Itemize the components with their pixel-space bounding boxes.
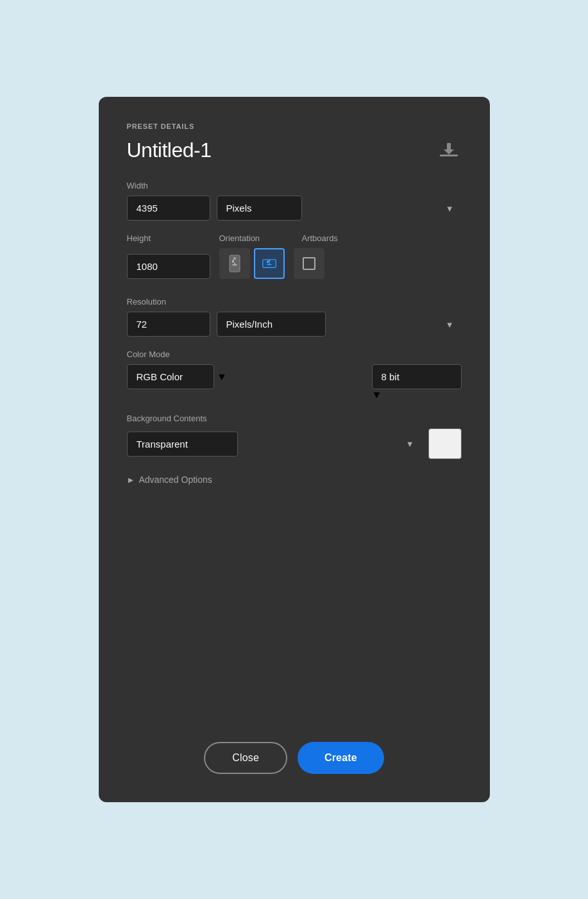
- width-label: Width: [127, 181, 462, 190]
- color-mode-chevron-icon: ▼: [217, 371, 227, 382]
- advanced-options-row[interactable]: ► Advanced Options: [127, 475, 462, 485]
- svg-point-11: [268, 260, 270, 262]
- resolution-unit-wrapper: Pixels/Inch Pixels/Centimeter ▼: [217, 312, 462, 337]
- height-orientation-row: [127, 248, 462, 279]
- background-contents-section: Background Contents Transparent White Bl…: [127, 414, 462, 459]
- portrait-icon: [228, 255, 242, 273]
- document-title: Untitled-1: [127, 139, 212, 162]
- resolution-row: Pixels/Inch Pixels/Centimeter ▼: [127, 312, 462, 337]
- svg-rect-12: [269, 263, 270, 265]
- save-to-cloud-icon: [439, 140, 459, 158]
- height-input[interactable]: [127, 254, 210, 279]
- width-unit-wrapper: Pixels Inches Centimeters Millimeters Po…: [217, 196, 462, 221]
- background-contents-row: Transparent White Black Background Color…: [127, 428, 462, 459]
- resolution-unit-chevron-icon: ▼: [446, 319, 454, 329]
- orientation-label: Orientation: [219, 233, 293, 243]
- landscape-icon: [262, 255, 276, 273]
- width-unit-select[interactable]: Pixels Inches Centimeters Millimeters Po…: [217, 196, 302, 221]
- advanced-options-chevron-icon: ►: [127, 475, 135, 485]
- artboards-wrapper: [294, 248, 324, 279]
- width-input[interactable]: [127, 196, 210, 221]
- bit-depth-select[interactable]: 8 bit 16 bit 32 bit: [372, 364, 462, 389]
- svg-rect-10: [267, 260, 269, 263]
- save-preset-button[interactable]: [436, 138, 462, 163]
- preset-details-label: PRESET DETAILS: [127, 122, 462, 130]
- new-document-dialog: PRESET DETAILS Untitled-1 Width Pixels I…: [99, 97, 490, 802]
- resolution-label: Resolution: [127, 297, 462, 307]
- svg-rect-6: [234, 263, 235, 266]
- svg-rect-4: [232, 260, 234, 263]
- background-contents-select[interactable]: Transparent White Black Background Color…: [127, 432, 238, 457]
- advanced-options-label: Advanced Options: [139, 475, 212, 485]
- height-orientation-labels: Height Orientation Artboards: [127, 233, 462, 248]
- landscape-orientation-button[interactable]: [254, 248, 285, 279]
- svg-rect-13: [267, 264, 269, 265]
- svg-rect-8: [235, 264, 237, 265]
- resolution-section: Resolution Pixels/Inch Pixels/Centimeter…: [127, 297, 462, 337]
- artboards-label: Artboards: [302, 233, 353, 243]
- color-mode-label: Color Mode: [127, 349, 462, 359]
- color-mode-row: RGB Color CMYK Color Grayscale Bitmap La…: [127, 364, 462, 401]
- width-row: Pixels Inches Centimeters Millimeters Po…: [127, 196, 462, 221]
- svg-rect-14: [269, 264, 271, 265]
- color-mode-select-wrapper: RGB Color CMYK Color Grayscale Bitmap La…: [127, 364, 365, 401]
- svg-marker-2: [444, 149, 454, 155]
- background-contents-label: Background Contents: [127, 414, 462, 423]
- bottom-buttons-row: Close Create: [127, 729, 462, 774]
- background-contents-chevron-icon: ▼: [406, 439, 414, 449]
- bit-depth-select-wrapper: 8 bit 16 bit 32 bit ▼: [372, 364, 462, 401]
- artboards-toggle-button[interactable]: [294, 248, 324, 279]
- color-mode-section: Color Mode RGB Color CMYK Color Grayscal…: [127, 349, 462, 401]
- background-contents-preview: [428, 428, 462, 459]
- color-mode-select[interactable]: RGB Color CMYK Color Grayscale Bitmap La…: [127, 364, 214, 389]
- svg-point-5: [233, 257, 236, 260]
- svg-rect-0: [440, 155, 458, 156]
- bit-depth-chevron-icon: ▼: [372, 389, 382, 400]
- width-unit-chevron-icon: ▼: [446, 203, 454, 213]
- background-contents-select-wrapper: Transparent White Black Background Color…: [127, 432, 422, 457]
- orientation-buttons-group: [219, 248, 285, 279]
- title-row: Untitled-1: [127, 138, 462, 163]
- svg-rect-7: [232, 264, 234, 265]
- resolution-unit-select[interactable]: Pixels/Inch Pixels/Centimeter: [217, 312, 326, 337]
- close-button[interactable]: Close: [204, 742, 287, 774]
- portrait-orientation-button[interactable]: [219, 248, 250, 279]
- create-button[interactable]: Create: [298, 742, 384, 774]
- svg-rect-15: [303, 258, 315, 269]
- height-label: Height: [127, 233, 210, 243]
- resolution-input[interactable]: [127, 312, 210, 337]
- artboard-icon: [301, 256, 317, 271]
